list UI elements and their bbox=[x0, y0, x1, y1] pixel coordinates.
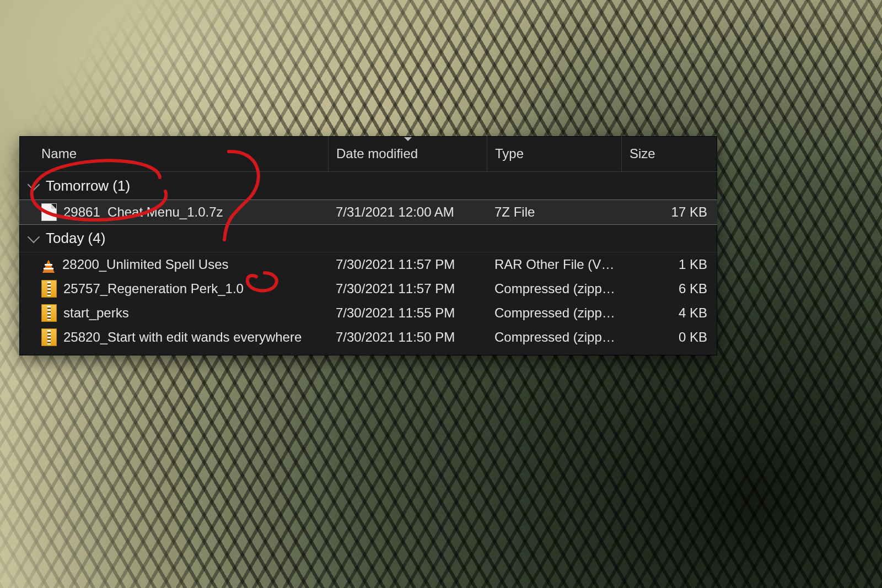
file-name: 29861_Cheat Menu_1.0.7z bbox=[63, 204, 223, 220]
file-type: RAR Other File (VL… bbox=[487, 257, 621, 272]
zip-icon bbox=[41, 280, 57, 298]
column-header-date[interactable]: Date modified bbox=[328, 136, 487, 171]
file-name-cell: start_perks bbox=[19, 304, 328, 322]
group-label: Tomorrow (1) bbox=[46, 177, 130, 195]
file-row[interactable]: 25820_Start with edit wands everywhere7/… bbox=[19, 325, 717, 349]
chevron-down-icon bbox=[28, 179, 40, 191]
column-header-row: Name Date modified Type Size bbox=[19, 136, 717, 172]
group-label: Today (4) bbox=[46, 230, 105, 247]
file-date: 7/30/2021 11:57 PM bbox=[328, 257, 487, 272]
file-name-cell: 25757_Regeneration Perk_1.0 bbox=[19, 280, 328, 298]
column-header-type[interactable]: Type bbox=[487, 136, 621, 171]
column-header-date-label: Date modified bbox=[336, 146, 418, 161]
file-name: 25820_Start with edit wands everywhere bbox=[63, 330, 302, 345]
file-size: 6 KB bbox=[621, 281, 717, 296]
chevron-down-icon bbox=[28, 231, 40, 244]
group-header[interactable]: Tomorrow (1) bbox=[19, 172, 717, 200]
file-size: 0 KB bbox=[621, 330, 717, 345]
vlc-icon bbox=[41, 256, 56, 273]
file-explorer-window: Name Date modified Type Size Tomorrow (1… bbox=[19, 136, 717, 355]
file-name: 28200_Unlimited Spell Uses bbox=[62, 257, 229, 272]
file-type: Compressed (zipp… bbox=[487, 330, 621, 345]
file-date: 7/30/2021 11:55 PM bbox=[328, 305, 487, 321]
group-header[interactable]: Today (4) bbox=[19, 224, 717, 252]
file-name-cell: 25820_Start with edit wands everywhere bbox=[19, 328, 328, 346]
file-date: 7/31/2021 12:00 AM bbox=[328, 204, 487, 220]
zip-icon bbox=[41, 304, 57, 322]
file-row[interactable]: 29861_Cheat Menu_1.0.7z7/31/2021 12:00 A… bbox=[19, 200, 717, 224]
file-name-cell: 29861_Cheat Menu_1.0.7z bbox=[19, 203, 328, 221]
file-size: 17 KB bbox=[621, 204, 717, 220]
file-list: Tomorrow (1)29861_Cheat Menu_1.0.7z7/31/… bbox=[19, 172, 717, 349]
file-icon bbox=[41, 203, 57, 221]
sort-descending-icon bbox=[404, 137, 412, 141]
file-date: 7/30/2021 11:57 PM bbox=[328, 281, 487, 296]
zip-icon bbox=[41, 328, 57, 346]
file-size: 1 KB bbox=[621, 257, 717, 272]
file-type: Compressed (zipp… bbox=[487, 281, 621, 296]
file-type: 7Z File bbox=[487, 204, 621, 220]
file-name: start_perks bbox=[63, 305, 129, 321]
column-header-name[interactable]: Name bbox=[19, 136, 328, 171]
file-row[interactable]: 25757_Regeneration Perk_1.07/30/2021 11:… bbox=[19, 277, 717, 301]
file-row[interactable]: 28200_Unlimited Spell Uses7/30/2021 11:5… bbox=[19, 252, 717, 277]
file-date: 7/30/2021 11:50 PM bbox=[328, 330, 487, 345]
file-name: 25757_Regeneration Perk_1.0 bbox=[63, 281, 244, 296]
file-name-cell: 28200_Unlimited Spell Uses bbox=[19, 256, 328, 273]
file-type: Compressed (zipp… bbox=[487, 305, 621, 321]
file-size: 4 KB bbox=[621, 305, 717, 321]
column-header-size[interactable]: Size bbox=[621, 136, 717, 171]
file-row[interactable]: start_perks7/30/2021 11:55 PMCompressed … bbox=[19, 301, 717, 325]
